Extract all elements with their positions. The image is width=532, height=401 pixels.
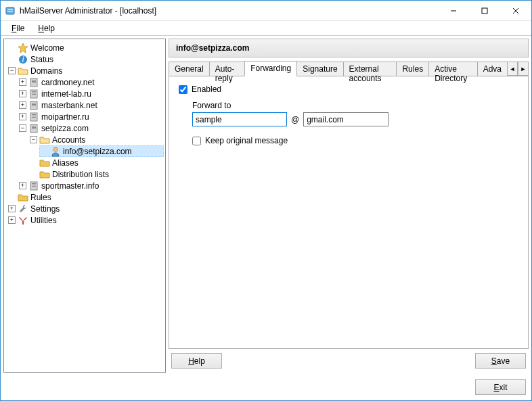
svg-rect-16 xyxy=(32,93,36,93)
tree-distribution-lists[interactable]: Distribution lists xyxy=(28,168,164,180)
svg-rect-35 xyxy=(22,220,24,225)
svg-rect-27 xyxy=(32,126,36,126)
minimize-button[interactable] xyxy=(438,1,469,21)
svg-text:i: i xyxy=(22,55,24,64)
tree-status[interactable]: iStatus xyxy=(7,53,164,65)
svg-rect-12 xyxy=(32,81,36,82)
expand-icon[interactable]: + xyxy=(19,78,26,86)
svg-rect-33 xyxy=(32,185,36,185)
svg-rect-15 xyxy=(32,91,36,92)
tab-signature[interactable]: Signature xyxy=(296,62,343,76)
info-icon: i xyxy=(18,54,28,65)
expand-icon[interactable]: + xyxy=(19,90,26,97)
forward-to-label: Forward to xyxy=(192,101,518,110)
wrench-icon xyxy=(18,204,28,214)
folder-icon xyxy=(39,169,50,180)
tree-domain-setpizza[interactable]: −setpizza.com xyxy=(18,122,164,134)
expand-icon[interactable]: + xyxy=(19,101,26,109)
at-symbol: @ xyxy=(291,115,299,124)
tree-account-info[interactable]: info@setpizza.com xyxy=(39,145,164,157)
folder-icon xyxy=(39,158,50,168)
close-button[interactable] xyxy=(500,1,531,21)
save-button[interactable]: Save xyxy=(475,353,526,369)
svg-point-30 xyxy=(53,147,58,151)
keep-original-label[interactable]: Keep original message xyxy=(205,136,288,145)
server-icon xyxy=(28,181,39,191)
tab-scroll-right[interactable]: ► xyxy=(518,62,529,76)
svg-marker-7 xyxy=(18,43,28,53)
enabled-checkbox[interactable] xyxy=(179,85,187,94)
tab-content-forwarding: Enabled Forward to @ Keep original messa… xyxy=(169,76,529,349)
tree-accounts[interactable]: −Accounts xyxy=(28,134,164,145)
svg-rect-4 xyxy=(482,8,487,14)
tree-domains[interactable]: −Domains xyxy=(7,65,164,76)
collapse-icon[interactable]: − xyxy=(19,124,26,132)
tree-rules[interactable]: Rules xyxy=(7,191,164,203)
tree-settings[interactable]: +Settings xyxy=(7,203,164,214)
expand-icon[interactable]: + xyxy=(19,182,26,189)
tree-domain[interactable]: +sportmaster.info xyxy=(18,180,164,191)
tree-welcome[interactable]: Welcome xyxy=(7,42,164,53)
tree-aliases[interactable]: Aliases xyxy=(28,157,164,168)
tools-icon xyxy=(18,215,28,226)
svg-rect-11 xyxy=(32,80,36,80)
tab-auto-reply[interactable]: Auto-reply xyxy=(209,62,245,76)
server-icon xyxy=(28,123,39,134)
tree-domain[interactable]: +masterbank.net xyxy=(18,99,164,111)
window-title: hMailServer Administrator - [localhost] xyxy=(20,6,438,16)
nav-tree[interactable]: Welcome iStatus −Domains +cardmoney.net+… xyxy=(5,42,164,226)
collapse-icon[interactable]: − xyxy=(30,136,37,143)
folder-open-icon xyxy=(18,66,28,76)
user-icon xyxy=(50,146,61,157)
svg-rect-13 xyxy=(32,82,36,83)
tab-active-directory[interactable]: Active Directory xyxy=(428,62,478,76)
svg-rect-19 xyxy=(32,103,36,103)
svg-rect-25 xyxy=(32,117,36,118)
svg-rect-29 xyxy=(32,128,36,129)
tree-panel: Welcome iStatus −Domains +cardmoney.net+… xyxy=(3,39,166,373)
tree-domain[interactable]: +internet-lab.ru xyxy=(18,88,164,99)
expand-icon[interactable]: + xyxy=(8,205,16,212)
folder-icon xyxy=(18,192,28,203)
exit-button[interactable]: Exit xyxy=(475,379,526,395)
collapse-icon[interactable]: − xyxy=(8,67,16,74)
star-icon xyxy=(18,43,28,53)
keep-original-checkbox[interactable] xyxy=(192,137,201,145)
enabled-label[interactable]: Enabled xyxy=(192,85,221,94)
svg-rect-21 xyxy=(32,105,36,106)
forward-local-input[interactable] xyxy=(192,112,287,126)
expand-icon[interactable]: + xyxy=(19,113,26,120)
titlebar: hMailServer Administrator - [localhost] xyxy=(1,1,531,21)
menu-file[interactable]: File xyxy=(6,22,30,34)
tree-domain[interactable]: +moipartner.ru xyxy=(18,111,164,122)
svg-rect-1 xyxy=(7,9,13,10)
server-icon xyxy=(28,77,39,88)
app-icon xyxy=(5,5,16,16)
svg-rect-34 xyxy=(32,186,36,187)
svg-rect-23 xyxy=(32,114,36,115)
tab-external-accounts[interactable]: External accounts xyxy=(343,62,397,76)
server-icon xyxy=(28,112,39,122)
tree-domain[interactable]: +cardmoney.net xyxy=(18,76,164,88)
svg-rect-24 xyxy=(32,116,36,116)
expand-icon[interactable]: + xyxy=(8,216,16,224)
menubar: File Help xyxy=(1,21,531,36)
maximize-button[interactable] xyxy=(469,1,500,21)
forward-domain-input[interactable] xyxy=(303,112,389,126)
svg-rect-2 xyxy=(7,11,13,11)
folder-open-icon xyxy=(39,135,50,145)
tab-rules[interactable]: Rules xyxy=(396,62,429,76)
tab-scroll-left[interactable]: ◄ xyxy=(507,62,518,76)
help-button[interactable]: Help xyxy=(171,353,222,369)
tab-adva[interactable]: Adva xyxy=(477,62,508,76)
tab-forwarding[interactable]: Forwarding xyxy=(244,61,297,76)
svg-rect-17 xyxy=(32,94,36,95)
tree-utilities[interactable]: +Utilities xyxy=(7,214,164,226)
svg-rect-32 xyxy=(32,183,36,184)
server-icon xyxy=(28,100,39,111)
svg-rect-28 xyxy=(32,127,36,128)
tab-strip: GeneralAuto-replyForwardingSignatureExte… xyxy=(169,60,529,76)
server-icon xyxy=(28,89,39,99)
menu-help[interactable]: Help xyxy=(32,22,60,34)
tab-general[interactable]: General xyxy=(169,62,210,76)
